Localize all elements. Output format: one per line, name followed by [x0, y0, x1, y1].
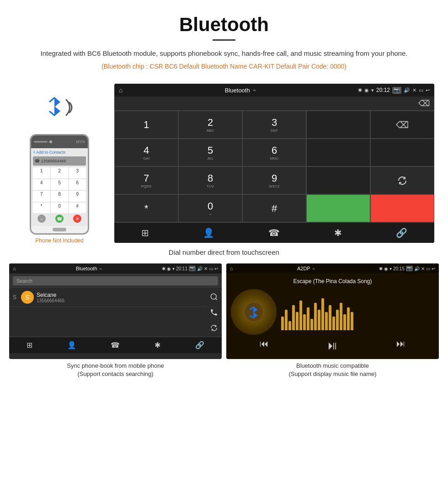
dial-7-main: 7: [144, 172, 149, 184]
nav-contacts-icon[interactable]: 👤: [203, 227, 214, 238]
search-side-icon[interactable]: [210, 293, 218, 301]
refresh-side-icon[interactable]: [210, 324, 218, 332]
pb-close-icon: ✕: [204, 266, 208, 271]
pb-nav-calls[interactable]: ☎: [111, 341, 120, 349]
play-pause-button[interactable]: ⏯: [326, 338, 338, 353]
phone-dialpad: 1 2 3 4 5 6 7 8 9 * 0 #: [33, 167, 86, 213]
phone-key-7: 7: [33, 191, 50, 202]
music-status-bar: ⌂ A2DP ⌁ ✱ ◉ ▾ 20:15 📷 🔊 ✕ ▭ ↩: [226, 263, 439, 274]
nav-link-icon[interactable]: 🔗: [396, 227, 407, 238]
phone-top-bar: MYX: [31, 135, 88, 148]
bluetooth-icon: [46, 95, 64, 120]
phonebook-android-screen: ⌂ Bluetooth ⌁ ✱ ◉ ▾ 20:11 📷 🔊 ✕ ▭ ↩: [9, 263, 222, 359]
nav-calls-icon[interactable]: ☎: [268, 227, 280, 238]
music-status-left: ⌂: [230, 266, 233, 271]
viz-bar: [292, 305, 295, 330]
svg-line-10: [250, 316, 254, 318]
dial-key-1[interactable]: 1: [114, 111, 178, 139]
app-name-label: Bluetooth: [225, 87, 250, 94]
dial-key-2[interactable]: 2 ABC: [178, 111, 242, 139]
next-track-button[interactable]: ⏭: [396, 338, 405, 353]
dial-key-8[interactable]: 8 TUV: [178, 166, 242, 194]
dial-key-hash[interactable]: #: [242, 194, 306, 222]
dial-key-0[interactable]: 0 +: [178, 194, 242, 222]
dial-8-sub: TUV: [207, 184, 214, 188]
signal-status-icon: ▾: [371, 87, 374, 93]
dial-key-call[interactable]: [306, 194, 370, 222]
dial-2-sub: ABC: [207, 129, 214, 133]
backspace-icon[interactable]: ⌫: [418, 98, 430, 108]
dial-key-empty-4: [306, 166, 370, 194]
music-screen-icon: ▭: [426, 266, 430, 271]
pb-nav-link[interactable]: 🔗: [195, 341, 204, 349]
volume-status-icon: 🔊: [404, 87, 410, 93]
call-red-icon: [396, 203, 408, 215]
phonebook-search-input[interactable]: Search: [13, 276, 218, 285]
close-status-icon: ✕: [412, 87, 416, 93]
pb-back-icon: ↩: [214, 266, 218, 271]
dial-key-6[interactable]: 6 MNO: [242, 139, 306, 166]
pb-signal-icon: ▾: [172, 266, 175, 271]
contact-letter: S: [13, 294, 18, 300]
pb-camera-icon: 📷: [189, 266, 196, 271]
camera-status-icon: 📷: [392, 87, 401, 94]
music-app-name: A2DP: [297, 266, 310, 271]
viz-bar: [310, 319, 313, 330]
pb-status-right: ✱ ◉ ▾ 20:11 📷 🔊 ✕ ▭ ↩: [162, 266, 218, 271]
pb-nav-apps[interactable]: ⊞: [27, 341, 32, 349]
viz-bar: [336, 310, 339, 330]
pb-nav-bt[interactable]: ✱: [155, 341, 160, 349]
phone-btn-call: ☎: [55, 215, 64, 223]
phone-key-8: 8: [51, 191, 68, 202]
pb-time: 20:11: [176, 266, 187, 271]
dial-key-empty-1: [306, 111, 370, 139]
phone-key-0: 0: [51, 203, 68, 214]
pb-usb-icon: ⌁: [99, 266, 102, 271]
dial-key-backspace[interactable]: ⌫: [370, 111, 434, 139]
album-art: [231, 289, 277, 335]
backspace-dialpad-icon: ⌫: [396, 119, 409, 130]
dial-key-end[interactable]: [370, 194, 434, 222]
music-location-icon: ◉: [384, 266, 388, 271]
dial-key-empty-2: [306, 139, 370, 166]
bluetooth-signal-area: [41, 93, 78, 129]
bt-status-icon: ✱: [358, 87, 362, 93]
viz-bar: [288, 321, 291, 330]
svg-line-6: [215, 298, 217, 300]
dial-key-refresh[interactable]: [370, 166, 434, 194]
phone-key-2: 2: [51, 167, 68, 178]
dial-key-9[interactable]: 9 WXYZ: [242, 166, 306, 194]
bottom-screenshots: ⌂ Bluetooth ⌁ ✱ ◉ ▾ 20:11 📷 🔊 ✕ ▭ ↩: [0, 263, 448, 378]
home-icon: ⌂: [119, 86, 123, 94]
viz-bar: [296, 312, 299, 330]
dial-key-4[interactable]: 4 GHI: [114, 139, 178, 166]
contact-name: Seicane: [37, 292, 203, 298]
nav-apps-icon[interactable]: ⊞: [141, 227, 149, 238]
music-time: 20:15: [393, 266, 405, 271]
dial-key-star[interactable]: *: [114, 194, 178, 222]
music-visualizer: [281, 294, 434, 330]
status-left: ⌂: [119, 86, 123, 94]
music-controls: ⏮ ⏯ ⏭: [231, 335, 434, 354]
phone-side-icon[interactable]: [210, 308, 218, 317]
dial-key-3[interactable]: 3 DEF: [242, 111, 306, 139]
pb-app-name: Bluetooth: [76, 266, 97, 271]
dial-key-7[interactable]: 7 PQRS: [114, 166, 178, 194]
main-title: Bluetooth: [27, 14, 421, 36]
phonebook-contact-row[interactable]: S S Seicane 13566664466: [9, 288, 206, 307]
svg-point-5: [211, 294, 216, 299]
viz-bar: [281, 317, 284, 330]
contact-avatar: S: [21, 291, 34, 304]
dial-6-main: 6: [272, 145, 277, 156]
nav-bluetooth-icon[interactable]: ✱: [334, 227, 342, 238]
prev-track-button[interactable]: ⏮: [260, 338, 269, 353]
dial-key-5[interactable]: 5 JKL: [178, 139, 242, 166]
dial-star-main: *: [144, 203, 149, 215]
music-home-icon: ⌂: [230, 266, 233, 271]
viz-bar: [340, 303, 342, 330]
dial-5-main: 5: [208, 145, 213, 156]
music-back-icon: ↩: [432, 266, 435, 271]
svg-marker-7: [254, 307, 258, 313]
pb-nav-contacts[interactable]: 👤: [67, 341, 76, 349]
dial-3-sub: DEF: [271, 129, 278, 133]
